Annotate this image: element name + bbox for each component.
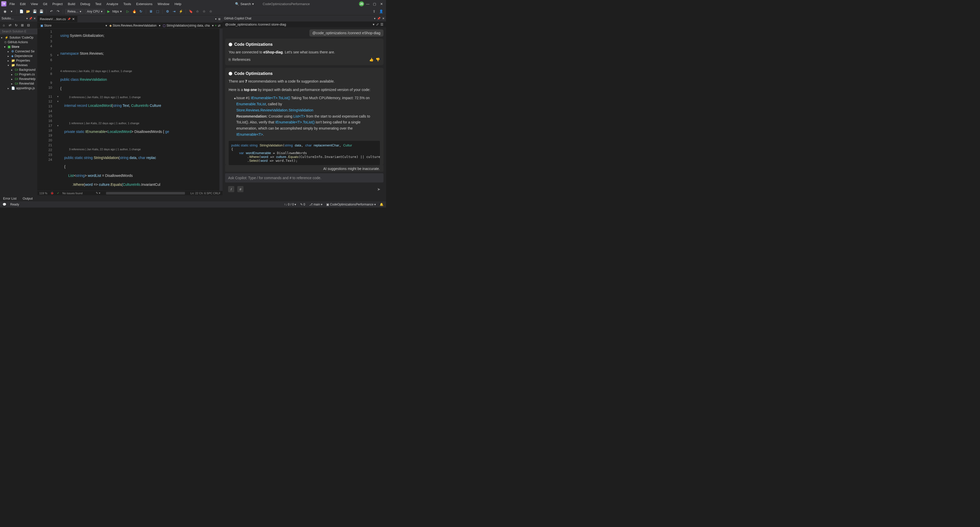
- bm3-icon[interactable]: ☆: [201, 9, 207, 14]
- notifications-icon[interactable]: 🔔: [380, 203, 383, 206]
- collapse-icon[interactable]: ⊟: [25, 22, 31, 28]
- split-icon[interactable]: ▾: [215, 18, 216, 21]
- slash-button[interactable]: /: [228, 186, 234, 192]
- menu-tools[interactable]: Tools: [121, 1, 133, 6]
- code-editor[interactable]: 1 2 3 4 5 6 7 8 9 10 11 12 13 14 15 16: [37, 29, 223, 191]
- split-editor-icon[interactable]: ⇄: [218, 24, 221, 27]
- redo-icon[interactable]: ↷: [55, 9, 61, 14]
- start-nodebug-button[interactable]: ▷: [125, 9, 130, 14]
- send-icon[interactable]: ➤: [377, 187, 380, 192]
- nav-back-icon[interactable]: ◉: [2, 9, 8, 14]
- refresh-icon[interactable]: ↻: [13, 22, 19, 28]
- step2-icon[interactable]: ⚡: [178, 9, 184, 14]
- sync-icon[interactable]: ⇄: [7, 22, 13, 28]
- tree-project-store[interactable]: ▾▣Store: [0, 45, 37, 49]
- link-ienumerable-tolist[interactable]: IEnumerable<T>.ToList(): [251, 96, 290, 100]
- breadcrumb-project[interactable]: ▣Store: [39, 24, 52, 27]
- scrollbar-h[interactable]: [106, 192, 185, 194]
- bm4-icon[interactable]: ☆: [208, 9, 213, 14]
- tree-reviewvali[interactable]: ▸C#ReviewVali: [0, 81, 37, 86]
- pin-icon[interactable]: 📌: [29, 17, 32, 20]
- tree-dependencies[interactable]: ▸◈Dependencie: [0, 54, 37, 58]
- link-enumerable-tolist[interactable]: Enumerable.ToList: [236, 102, 266, 106]
- dropdown-icon[interactable]: ▾: [374, 17, 375, 20]
- menu-file[interactable]: File: [7, 1, 17, 6]
- branch-status[interactable]: ⎇ main ▾: [309, 203, 323, 206]
- link-list-t[interactable]: List<T>: [293, 114, 305, 118]
- browser-link-icon[interactable]: 🖥: [148, 9, 154, 14]
- bookmark-icon[interactable]: 🔖: [188, 9, 194, 14]
- tree-reviews-folder[interactable]: ▾📁Reviews: [0, 63, 37, 67]
- message-icon[interactable]: 💬: [3, 203, 6, 206]
- dock-icon[interactable]: ⊞: [218, 18, 221, 21]
- link-ienumerable-tolist2[interactable]: IEnumerable<T>.ToList(): [275, 120, 315, 124]
- start-debug-button[interactable]: ▶: [106, 9, 111, 14]
- menu-project[interactable]: Project: [50, 1, 65, 6]
- find-icon[interactable]: ⚙: [165, 9, 170, 14]
- close-button[interactable]: ✕: [379, 1, 385, 7]
- link-ienumerable-t[interactable]: IEnumerable<T>: [236, 132, 263, 137]
- showall-icon[interactable]: ⊞: [19, 22, 25, 28]
- solution-search-input[interactable]: [0, 29, 37, 34]
- menu-git[interactable]: Git: [41, 1, 49, 6]
- changes-status[interactable]: ✎ 0: [300, 203, 305, 206]
- sync-status[interactable]: ↑↓ 0 / 0 ▾: [284, 203, 296, 206]
- menu-edit[interactable]: Edit: [18, 1, 28, 6]
- menu-view[interactable]: View: [29, 1, 40, 6]
- bug-icon[interactable]: 🐞: [50, 191, 54, 195]
- pin-icon[interactable]: 📌: [67, 18, 70, 21]
- scrollbar-v[interactable]: [220, 29, 223, 191]
- thumbs-down-icon[interactable]: 👎: [375, 57, 380, 62]
- save-all-icon[interactable]: 💾: [38, 9, 44, 14]
- menu-help[interactable]: Help: [172, 1, 183, 6]
- tab-output[interactable]: Output: [21, 196, 34, 201]
- project-status[interactable]: ▣ CodeOptimizationsPerformance ▾: [326, 203, 376, 206]
- expand-icon[interactable]: ⤢: [376, 22, 379, 26]
- list-icon[interactable]: ☰: [380, 22, 383, 26]
- code-content[interactable]: using System.Globalization; namespace St…: [60, 29, 220, 191]
- hot-reload-icon[interactable]: 🔥: [132, 9, 137, 14]
- link-stringvalidation[interactable]: Store.Reviews.ReviewValidation.StringVal…: [236, 108, 313, 112]
- tree-reviewhelp[interactable]: ▸C#ReviewHelp: [0, 77, 37, 81]
- tree-background[interactable]: ▸C#Background: [0, 67, 37, 72]
- open-icon[interactable]: 📂: [25, 9, 31, 14]
- dropdown-icon[interactable]: ▾: [26, 17, 28, 20]
- platform-dropdown[interactable]: Any CPU ▾: [84, 9, 105, 14]
- tree-connected[interactable]: ▸⚙Connected Se: [0, 49, 37, 54]
- save-icon[interactable]: 💾: [32, 9, 38, 14]
- breadcrumb-class[interactable]: ◆Store.Reviews.ReviewValidation: [108, 24, 158, 27]
- start-target[interactable]: https: [112, 10, 119, 13]
- undo-icon[interactable]: ↶: [49, 9, 54, 14]
- bm2-icon[interactable]: ☆: [195, 9, 200, 14]
- close-panel-icon[interactable]: ✕: [33, 17, 36, 20]
- account-icon[interactable]: 👤: [379, 9, 384, 14]
- nav-fwd-icon[interactable]: ▾: [9, 9, 14, 14]
- menu-debug[interactable]: Debug: [78, 1, 92, 6]
- menu-build[interactable]: Build: [66, 1, 77, 6]
- step-icon[interactable]: ⇥: [172, 9, 177, 14]
- copilot-input[interactable]: Ask Copilot: Type / for commands and # t…: [225, 173, 383, 183]
- maximize-button[interactable]: ▢: [371, 1, 378, 7]
- references-button[interactable]: ⎘References: [229, 57, 251, 62]
- configuration-dropdown[interactable]: Relea… ▾: [65, 9, 84, 14]
- fold-column[interactable]: ▾ ▾ ▾ ▾: [55, 29, 60, 191]
- dropdown-icon[interactable]: ▾: [373, 22, 374, 26]
- tab-reviewvalidation[interactable]: ReviewV…tion.cs 📌 ✕: [37, 16, 77, 22]
- tree-appsettings[interactable]: ▸📄appsettings.js: [0, 86, 37, 91]
- menu-test[interactable]: Test: [93, 1, 103, 6]
- share-icon[interactable]: ⇪: [371, 9, 377, 14]
- home-icon[interactable]: ⌂: [1, 22, 6, 28]
- restart-icon[interactable]: ↻: [138, 9, 144, 14]
- hash-button[interactable]: #: [237, 186, 243, 192]
- close-tab-icon[interactable]: ✕: [72, 17, 75, 21]
- thumbs-up-icon[interactable]: 👍: [369, 57, 374, 62]
- breadcrumb-method[interactable]: ▢StringValidation(string data, cha: [162, 24, 211, 27]
- menu-extensions[interactable]: Extensions: [134, 1, 154, 6]
- tree-github-actions[interactable]: ⊙GitHub Actions: [0, 40, 37, 45]
- add-icon[interactable]: +: [215, 24, 216, 27]
- minimize-button[interactable]: —: [364, 1, 371, 7]
- new-item-icon[interactable]: 📄: [19, 9, 24, 14]
- publish-icon[interactable]: ⬚: [155, 9, 161, 14]
- close-copilot-icon[interactable]: ✕: [382, 17, 385, 20]
- user-avatar[interactable]: JD: [359, 1, 364, 6]
